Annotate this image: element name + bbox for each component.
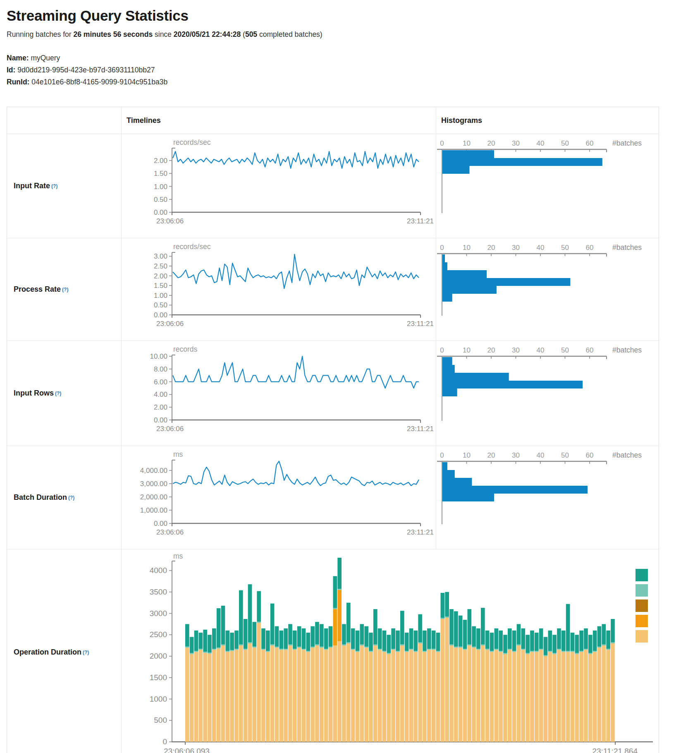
table-header-row: Timelines Histograms xyxy=(7,107,659,134)
svg-text:23:06:06: 23:06:06 xyxy=(156,425,184,433)
svg-text:0.50: 0.50 xyxy=(154,196,167,204)
svg-text:records/sec: records/sec xyxy=(173,242,211,251)
svg-text:0: 0 xyxy=(440,346,444,354)
svg-text:23:11:21: 23:11:21 xyxy=(407,320,434,328)
running-duration: 26 minutes 56 seconds xyxy=(74,30,153,38)
svg-text:4.00: 4.00 xyxy=(154,391,167,398)
svg-text:40: 40 xyxy=(537,346,545,354)
query-id: 9d0dd219-995d-423e-b97d-36931110bb27 xyxy=(17,66,155,74)
svg-text:6.00: 6.00 xyxy=(154,378,167,386)
svg-text:10.00: 10.00 xyxy=(150,353,167,360)
legend-swatch-4 xyxy=(635,630,648,643)
svg-text:10: 10 xyxy=(463,244,471,252)
svg-text:#batches: #batches xyxy=(612,139,642,147)
svg-text:23:06:06.093: 23:06:06.093 xyxy=(164,747,210,753)
table-row-process-rate: Process Rate(?) records/sec3.002.502.001… xyxy=(7,238,659,341)
statistics-table: Timelines Histograms Input Rate(?) recor… xyxy=(7,107,659,753)
column-header-histograms: Histograms xyxy=(436,107,659,134)
svg-text:3.00: 3.00 xyxy=(154,252,167,260)
svg-text:10: 10 xyxy=(463,139,471,147)
svg-text:40: 40 xyxy=(537,139,545,147)
operation-duration-stacked-chart: ms4000350030002500200015001000500023:06:… xyxy=(122,549,658,753)
svg-text:1.00: 1.00 xyxy=(154,292,167,300)
running-summary: Running batches for 26 minutes 56 second… xyxy=(7,30,700,39)
query-runid: 04e101e6-8bf8-4165-9099-9104c951ba3b xyxy=(31,78,167,86)
svg-text:3500: 3500 xyxy=(150,588,167,596)
svg-text:3,000.00: 3,000.00 xyxy=(140,480,167,488)
svg-text:1000: 1000 xyxy=(150,695,167,703)
svg-text:3000: 3000 xyxy=(150,609,167,618)
svg-text:2000: 2000 xyxy=(150,652,167,660)
svg-text:20: 20 xyxy=(487,139,495,147)
svg-text:23:06:06: 23:06:06 xyxy=(156,528,184,536)
svg-text:4,000.00: 4,000.00 xyxy=(140,467,167,475)
svg-text:60: 60 xyxy=(586,451,594,459)
svg-text:0.00: 0.00 xyxy=(154,520,167,528)
svg-text:60: 60 xyxy=(586,139,594,147)
svg-text:0.50: 0.50 xyxy=(154,301,167,309)
svg-text:20: 20 xyxy=(487,244,495,252)
svg-text:1,000.00: 1,000.00 xyxy=(140,506,167,514)
legend-swatch-3 xyxy=(635,615,648,627)
svg-text:0.00: 0.00 xyxy=(154,416,167,424)
svg-text:50: 50 xyxy=(561,451,569,459)
batch-duration-help-icon[interactable]: (?) xyxy=(68,495,74,501)
svg-text:23:11:21: 23:11:21 xyxy=(407,217,434,225)
legend-swatch-0 xyxy=(635,569,648,581)
query-meta: Name: myQuery Id: 9d0dd219-995d-423e-b97… xyxy=(7,52,700,88)
svg-text:23:11:21.864: 23:11:21.864 xyxy=(592,747,638,753)
svg-text:2.00: 2.00 xyxy=(154,272,167,280)
process-rate-help-icon[interactable]: (?) xyxy=(62,287,68,293)
svg-text:1.50: 1.50 xyxy=(154,282,167,290)
svg-text:50: 50 xyxy=(561,244,569,252)
svg-text:1.50: 1.50 xyxy=(154,170,167,177)
input-rows-histogram-chart: 0102030405060#batches xyxy=(436,341,658,445)
svg-text:30: 30 xyxy=(512,451,520,459)
svg-text:#batches: #batches xyxy=(612,346,642,354)
svg-text:ms: ms xyxy=(173,450,183,458)
svg-text:23:06:06: 23:06:06 xyxy=(156,217,184,225)
operation-duration-legend xyxy=(635,569,648,645)
svg-text:records/sec: records/sec xyxy=(173,138,211,146)
input-rate-histogram-chart: 0102030405060#batches xyxy=(436,134,658,237)
svg-text:4000: 4000 xyxy=(150,566,167,575)
start-time: 2020/05/21 22:44:28 xyxy=(174,30,241,38)
query-name: myQuery xyxy=(31,54,60,62)
input-rows-help-icon[interactable]: (?) xyxy=(55,391,61,396)
svg-text:50: 50 xyxy=(561,346,569,354)
svg-text:ms: ms xyxy=(173,552,183,560)
svg-text:30: 30 xyxy=(512,139,520,147)
svg-text:50: 50 xyxy=(561,139,569,147)
streaming-query-statistics-page: Streaming Query Statistics Running batch… xyxy=(0,0,700,753)
batch-duration-histogram-chart: 0102030405060#batches xyxy=(436,446,658,548)
table-row-batch-duration: Batch Duration(?) ms4,000.003,000.002,00… xyxy=(7,446,659,549)
svg-text:0.00: 0.00 xyxy=(154,311,167,319)
svg-text:40: 40 xyxy=(537,451,545,459)
operation-duration-help-icon[interactable]: (?) xyxy=(83,650,89,655)
svg-text:60: 60 xyxy=(586,346,594,354)
query-id-line: Id: 9d0dd219-995d-423e-b97d-36931110bb27 xyxy=(7,64,700,76)
svg-text:#batches: #batches xyxy=(612,451,642,459)
svg-text:records: records xyxy=(173,345,198,353)
svg-text:23:06:06: 23:06:06 xyxy=(156,320,184,328)
svg-text:20: 20 xyxy=(487,346,495,354)
row-label-input-rate: Input Rate xyxy=(14,182,50,190)
table-row-operation-duration: Operation Duration(?) ms4000350030002500… xyxy=(7,549,659,753)
svg-text:10: 10 xyxy=(463,346,471,354)
input-rate-help-icon[interactable]: (?) xyxy=(51,183,57,189)
svg-text:2.00: 2.00 xyxy=(154,403,167,411)
process-rate-timeline-chart: records/sec3.002.502.001.501.000.500.002… xyxy=(122,238,435,340)
row-label-operation-duration: Operation Duration xyxy=(14,648,81,657)
svg-text:0: 0 xyxy=(440,139,444,147)
completed-batches-count: 505 xyxy=(245,30,257,38)
svg-text:23:11:21: 23:11:21 xyxy=(407,425,434,433)
query-runid-line: RunId: 04e101e6-8bf8-4165-9099-9104c951b… xyxy=(7,76,700,88)
header-empty-cell xyxy=(7,107,122,134)
svg-text:40: 40 xyxy=(537,244,545,252)
input-rows-timeline-chart: records10.008.006.004.002.000.0023:06:06… xyxy=(122,341,435,445)
svg-text:2.00: 2.00 xyxy=(154,157,167,165)
svg-text:10: 10 xyxy=(463,451,471,459)
svg-text:2.50: 2.50 xyxy=(154,262,167,270)
svg-text:1.00: 1.00 xyxy=(154,183,167,191)
process-rate-histogram-chart: 0102030405060#batches xyxy=(436,238,658,340)
